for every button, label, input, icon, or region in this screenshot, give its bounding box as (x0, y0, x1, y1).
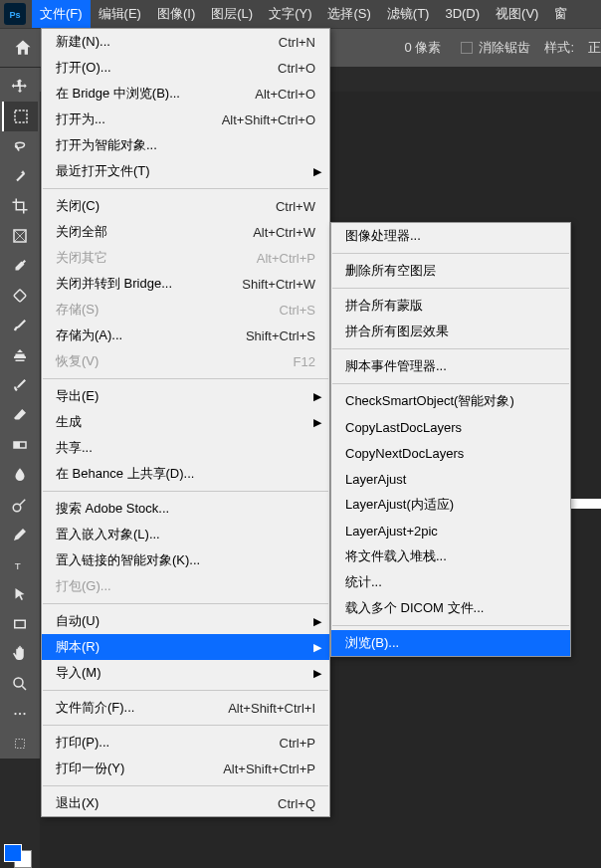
file-menu-item-3[interactable]: 打开为...Alt+Shift+Ctrl+O (42, 107, 329, 132)
foreground-color[interactable] (4, 844, 22, 862)
file-menu-item-10[interactable]: 关闭并转到 Bridge...Shift+Ctrl+W (42, 271, 329, 297)
crop-tool[interactable] (2, 191, 38, 221)
menu-2[interactable]: 图像(I) (149, 0, 203, 28)
history-brush-tool[interactable] (2, 370, 38, 400)
file-menu-item-32[interactable]: 打印一份(Y)Alt+Shift+Ctrl+P (42, 756, 329, 781)
file-menu-item-20[interactable]: 搜索 Adobe Stock... (42, 496, 329, 522)
file-menu-accel-1: Ctrl+O (278, 61, 315, 76)
healing-brush-tool[interactable] (2, 281, 38, 311)
magic-wand-tool[interactable] (2, 161, 38, 191)
svg-point-10 (14, 713, 16, 715)
file-menu-item-17[interactable]: 共享... (42, 435, 329, 461)
antialias-checkbox[interactable] (461, 42, 473, 54)
script-menu-item-4[interactable]: 拼合所有蒙版 (331, 293, 570, 319)
lasso-tool[interactable] (2, 131, 38, 161)
script-menu-item-13[interactable]: LayerAjust(内适应) (331, 492, 570, 518)
file-menu-item-21[interactable]: 置入嵌入对象(L)... (42, 522, 329, 547)
file-menu-item-5[interactable]: 最近打开文件(T)▶ (42, 158, 329, 184)
clone-stamp-tool[interactable] (2, 340, 38, 370)
edit-toolbar[interactable] (2, 729, 38, 759)
file-menu-item-22[interactable]: 置入链接的智能对象(K)... (42, 547, 329, 573)
menu-4[interactable]: 文字(Y) (261, 0, 319, 28)
file-menu-item-31[interactable]: 打印(P)...Ctrl+P (42, 730, 329, 756)
blur-tool[interactable] (2, 460, 38, 490)
menu-8[interactable]: 视图(V) (488, 0, 546, 28)
hand-tool[interactable] (2, 639, 38, 669)
svg-point-6 (13, 504, 21, 512)
script-menu-item-10[interactable]: CopyLastDocLayers (331, 414, 570, 440)
file-menu-item-9: 关闭其它Alt+Ctrl+P (42, 245, 329, 271)
file-menu-item-2[interactable]: 在 Bridge 中浏览(B)...Alt+Ctrl+O (42, 81, 329, 107)
submenu-arrow-icon: ▶ (313, 615, 321, 628)
file-menu-item-18[interactable]: 在 Behance 上共享(D)... (42, 461, 329, 487)
file-menu-label-29: 文件简介(F)... (56, 699, 228, 717)
script-menu-item-0[interactable]: 图像处理器... (331, 223, 570, 249)
style-value: 正 (588, 39, 601, 57)
color-swatches[interactable] (4, 844, 32, 864)
ps-logo[interactable]: Ps (4, 3, 26, 25)
file-menu-label-9: 关闭其它 (56, 249, 257, 267)
dodge-tool[interactable] (2, 490, 38, 520)
file-menu-item-0[interactable]: 新建(N)...Ctrl+N (42, 29, 329, 55)
file-menu-item-25[interactable]: 自动(U)▶ (42, 608, 329, 634)
file-menu-label-32: 打印一份(Y) (56, 760, 223, 777)
script-menu-item-14[interactable]: LayerAjust+2pic (331, 518, 570, 543)
marquee-tool[interactable] (2, 102, 38, 131)
file-menu-item-26[interactable]: 脚本(R)▶ (42, 634, 329, 660)
file-menu-label-23: 打包(G)... (56, 577, 315, 595)
script-menu-item-19[interactable]: 浏览(B)... (331, 630, 570, 656)
brush-tool[interactable] (2, 311, 38, 340)
file-menu-item-12[interactable]: 存储为(A)...Shift+Ctrl+S (42, 323, 329, 348)
file-menu-item-16[interactable]: 生成▶ (42, 409, 329, 435)
script-menu-label-14: LayerAjust+2pic (345, 524, 556, 539)
eyedropper-tool[interactable] (2, 251, 38, 281)
script-menu-item-7[interactable]: 脚本事件管理器... (331, 353, 570, 379)
menu-9[interactable]: 窗 (546, 0, 575, 28)
zoom-tool[interactable] (2, 669, 38, 699)
path-selection-tool[interactable] (2, 579, 38, 609)
script-menu-item-17[interactable]: 载入多个 DICOM 文件... (331, 595, 570, 621)
file-menu-item-8[interactable]: 关闭全部Alt+Ctrl+W (42, 219, 329, 245)
script-menu-item-2[interactable]: 删除所有空图层 (331, 258, 570, 284)
rectangle-tool[interactable] (2, 609, 38, 639)
eraser-tool[interactable] (2, 400, 38, 430)
script-menu-label-16: 统计... (345, 573, 556, 591)
script-menu-item-5[interactable]: 拼合所有图层效果 (331, 319, 570, 344)
file-menu-item-7[interactable]: 关闭(C)Ctrl+W (42, 193, 329, 219)
file-menu-accel-29: Alt+Shift+Ctrl+I (228, 701, 315, 716)
menu-1[interactable]: 编辑(E) (91, 0, 149, 28)
submenu-arrow-icon: ▶ (313, 667, 321, 680)
submenu-arrow-icon: ▶ (313, 416, 321, 429)
menu-0[interactable]: 文件(F) (32, 0, 91, 28)
script-menu-item-9[interactable]: CheckSmartObject(智能对象) (331, 388, 570, 414)
menu-5[interactable]: 选择(S) (319, 0, 378, 28)
type-tool[interactable]: T (2, 549, 38, 579)
toolbar-more[interactable] (2, 699, 38, 729)
script-submenu: 图像处理器...删除所有空图层拼合所有蒙版拼合所有图层效果脚本事件管理器...C… (330, 222, 571, 657)
script-menu-item-12[interactable]: LayerAjust (331, 466, 570, 492)
canvas-edge (571, 499, 601, 509)
frame-tool[interactable] (2, 221, 38, 251)
menu-7[interactable]: 3D(D) (437, 0, 488, 28)
file-menu-item-34[interactable]: 退出(X)Ctrl+Q (42, 790, 329, 816)
svg-point-9 (14, 678, 23, 687)
pen-tool[interactable] (2, 520, 38, 549)
script-menu-item-16[interactable]: 统计... (331, 569, 570, 595)
menu-6[interactable]: 滤镜(T) (379, 0, 438, 28)
file-menu-item-4[interactable]: 打开为智能对象... (42, 132, 329, 158)
gradient-tool[interactable] (2, 430, 38, 460)
script-menu-label-7: 脚本事件管理器... (345, 357, 556, 375)
file-menu-item-29[interactable]: 文件简介(F)...Alt+Shift+Ctrl+I (42, 695, 329, 721)
script-menu-item-15[interactable]: 将文件载入堆栈... (331, 543, 570, 569)
file-menu-label-13: 恢复(V) (56, 352, 294, 370)
file-menu-item-27[interactable]: 导入(M)▶ (42, 660, 329, 686)
file-menu-item-15[interactable]: 导出(E)▶ (42, 383, 329, 409)
toolbar: T (0, 68, 40, 759)
move-tool[interactable] (2, 72, 38, 102)
style-label: 样式: (544, 39, 574, 57)
script-menu-item-11[interactable]: CopyNextDocLayers (331, 440, 570, 466)
file-menu-item-1[interactable]: 打开(O)...Ctrl+O (42, 55, 329, 81)
menu-3[interactable]: 图层(L) (203, 0, 261, 28)
home-button[interactable] (6, 33, 40, 63)
file-menu-label-34: 退出(X) (56, 794, 278, 812)
